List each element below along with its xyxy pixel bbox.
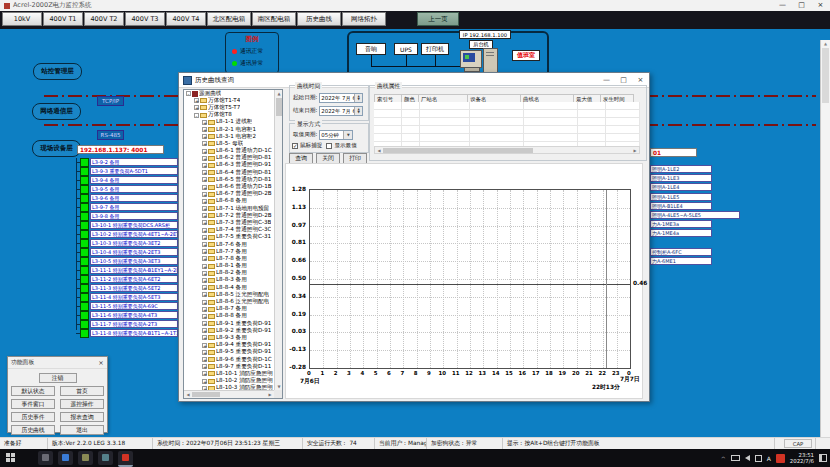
tab-400V T1[interactable]: 400V T1	[43, 12, 83, 26]
taskbar-clock[interactable]: 23:51 2022/7/6	[790, 452, 814, 464]
tree-expander-icon[interactable]: +	[202, 242, 207, 247]
scroll-down-icon[interactable]: ▼	[275, 383, 283, 390]
taskbar-app-icon-active[interactable]	[118, 451, 133, 467]
func-button-历史曲线[interactable]: 历史曲线	[11, 425, 55, 435]
maximize-icon[interactable]: □	[792, 0, 811, 11]
start-button-icon[interactable]	[6, 453, 16, 463]
tree-expander-icon[interactable]: +	[202, 314, 207, 319]
input-language-indicator[interactable]: A	[767, 455, 771, 462]
tab-网络拓扑[interactable]: 网络拓扑	[342, 12, 386, 26]
function-panel-titlebar[interactable]: 功能面板 ×	[8, 357, 107, 369]
tree-expander-icon[interactable]: +	[202, 321, 207, 326]
tree-expander-icon[interactable]: +	[202, 156, 207, 161]
logout-button[interactable]: 注销	[39, 373, 77, 383]
tree-expander-icon[interactable]: +	[202, 343, 207, 348]
tree-expander-icon[interactable]: +	[202, 357, 207, 362]
tree-expander-icon[interactable]: +	[202, 328, 207, 333]
tree-expander-icon[interactable]: +	[202, 307, 207, 312]
tray-app-icon[interactable]	[776, 454, 785, 463]
func-button-事件窗口[interactable]: 事件窗口	[11, 399, 55, 409]
start-date-spinner[interactable]: 2022年 7月 6 ▲▼	[319, 93, 363, 103]
tree-expander-icon[interactable]: +	[202, 127, 207, 132]
close-icon[interactable]: ×	[95, 359, 107, 367]
tree-expander-icon[interactable]: +	[202, 192, 207, 197]
scroll-left-icon[interactable]: ◀	[375, 147, 383, 154]
tree-expander-icon[interactable]: -	[186, 91, 191, 96]
table-horizontal-scrollbar[interactable]: ◀ ▶	[374, 146, 640, 154]
tree-expander-icon[interactable]: +	[202, 213, 207, 218]
tree-horizontal-scrollbar[interactable]: ◀ ▶	[184, 390, 274, 398]
tab-400V T4[interactable]: 400V T4	[166, 12, 206, 26]
tab-历史曲线[interactable]: 历史曲线	[297, 12, 341, 26]
tree-expander-icon[interactable]: +	[202, 206, 207, 211]
func-button-首页[interactable]: 首页	[60, 386, 104, 396]
tree-expander-icon[interactable]: +	[202, 141, 207, 146]
func-button-报表查询[interactable]: 报表查询	[60, 412, 104, 422]
spinner-arrows-icon[interactable]: ▲▼	[354, 107, 362, 115]
tree-expander-icon[interactable]: +	[202, 149, 207, 154]
ime-icon[interactable]	[755, 455, 762, 462]
speaker-icon[interactable]	[745, 455, 750, 461]
tree-expander-icon[interactable]: +	[202, 364, 207, 369]
tree-expander-icon[interactable]: +	[202, 379, 207, 384]
tree-expander-icon[interactable]: +	[194, 105, 199, 110]
tree-vertical-scrollbar[interactable]: ▲ ▼	[274, 90, 282, 390]
taskbar-app-icon[interactable]	[98, 451, 113, 465]
notification-center-icon[interactable]	[819, 454, 827, 462]
tree-expander-icon[interactable]: +	[202, 163, 207, 168]
func-button-默认状态[interactable]: 默认状态	[11, 386, 55, 396]
scrollbar-thumb[interactable]	[192, 392, 220, 397]
scroll-right-icon[interactable]: ▶	[266, 391, 274, 398]
spinner-arrows-icon[interactable]: ▲▼	[354, 94, 362, 102]
scrollbar-thumb[interactable]	[822, 48, 829, 103]
mouse-capture-checkbox[interactable]: ✓	[292, 143, 298, 149]
tree-expander-icon[interactable]: +	[202, 264, 207, 269]
tree-expander-icon[interactable]: +	[202, 300, 207, 305]
tree-expander-icon[interactable]: +	[202, 199, 207, 204]
taskbar-app-icon[interactable]	[38, 451, 53, 465]
tab-南区配电箱[interactable]: 南区配电箱	[252, 12, 296, 26]
tree-expander-icon[interactable]: +	[202, 249, 207, 254]
scroll-up-icon[interactable]: ▲	[821, 41, 830, 46]
tab-400V T2[interactable]: 400V T2	[84, 12, 124, 26]
end-date-spinner[interactable]: 2022年 7月 6 ▲▼	[319, 106, 363, 116]
tree-expander-icon[interactable]: +	[202, 350, 207, 355]
tree-expander-icon[interactable]: +	[202, 228, 207, 233]
period-dropdown[interactable]: 05分钟 ▼	[319, 130, 353, 140]
tree-expander-icon[interactable]: +	[202, 278, 207, 283]
tree-expander-icon[interactable]: +	[202, 120, 207, 125]
taskbar-app-icon[interactable]	[78, 451, 93, 465]
func-button-历史事件[interactable]: 历史事件	[11, 412, 55, 422]
tree-expander-icon[interactable]: +	[202, 271, 207, 276]
tree-expander-icon[interactable]: +	[202, 371, 207, 376]
scroll-right-icon[interactable]: ▶	[631, 147, 639, 154]
tree-expander-icon[interactable]: +	[202, 256, 207, 261]
close-icon[interactable]: ×	[811, 0, 830, 11]
scroll-left-icon[interactable]: ◀	[184, 391, 192, 398]
minimize-icon[interactable]: —	[773, 0, 792, 11]
tree-expander-icon[interactable]: +	[202, 177, 207, 182]
scrollbar-thumb[interactable]	[276, 98, 282, 116]
tree-expander-icon[interactable]: +	[202, 134, 207, 139]
dropdown-arrow-icon[interactable]: ▼	[343, 131, 352, 139]
func-button-遥控操作[interactable]: 遥控操作	[60, 399, 104, 409]
taskbar-app-icon[interactable]	[58, 451, 73, 465]
curve-tree[interactable]: -遥测曲线+万体馆T1-T4+万体馆T5-T7-万体馆T8+L8-1-1 进线柜…	[184, 90, 274, 390]
previous-page-button[interactable]: 上一页	[417, 12, 459, 26]
tab-北区配电箱[interactable]: 北区配电箱	[207, 12, 251, 26]
show-max-checkbox[interactable]: ✓	[326, 143, 332, 149]
tree-expander-icon[interactable]: +	[202, 235, 207, 240]
tab-400V T3[interactable]: 400V T3	[125, 12, 165, 26]
func-button-退出[interactable]: 退出	[60, 425, 104, 435]
tree-expander-icon[interactable]: +	[202, 292, 207, 297]
tree-expander-icon[interactable]: +	[194, 98, 199, 103]
keyboard-icon[interactable]	[731, 455, 740, 461]
tab-10kV[interactable]: 10kV	[2, 12, 42, 26]
tree-expander-icon[interactable]: +	[202, 185, 207, 190]
tray-expand-icon[interactable]: ^	[721, 455, 726, 462]
scrollbar-thumb[interactable]	[383, 148, 533, 153]
tree-expander-icon[interactable]: +	[202, 285, 207, 290]
scroll-up-icon[interactable]: ▲	[275, 90, 283, 97]
tree-expander-icon[interactable]: +	[202, 170, 207, 175]
app-vertical-scrollbar[interactable]: ▲ ▼	[820, 40, 830, 437]
